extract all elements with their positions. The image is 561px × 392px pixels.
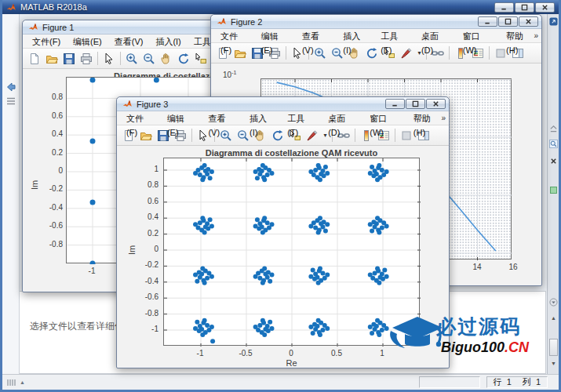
hide-plot-tools-button[interactable] <box>398 127 415 143</box>
window-title: Figure 2 <box>231 17 262 27</box>
menu-item-view[interactable]: 查看(V) <box>202 111 243 125</box>
scatter-point <box>260 163 265 168</box>
zoom-in-button[interactable] <box>311 45 329 61</box>
scatter-point <box>90 261 96 265</box>
figure2-menubar: 文件(F)编辑(E)查看(V)插入(I)工具(T)桌面(D)窗口(W)帮助(H)… <box>211 29 541 43</box>
window-title: Figure 3 <box>137 100 168 109</box>
status-row-col: 行 1 列 1 <box>486 376 548 388</box>
magnifier-icon[interactable] <box>549 140 558 148</box>
close-panel-icon[interactable] <box>549 157 558 165</box>
menu-item-insert[interactable]: 插入(I) <box>243 111 281 125</box>
menu-item-window[interactable]: 窗口(W) <box>457 29 500 43</box>
menu-item-window[interactable]: 窗口(W) <box>363 111 407 125</box>
scatter-point <box>268 279 272 284</box>
scatter-point <box>323 229 328 234</box>
zoom-in-button[interactable] <box>217 127 235 143</box>
menu-item-desktop[interactable]: 桌面(D) <box>322 111 363 125</box>
scatter-point <box>253 274 258 279</box>
menu-item-tools[interactable]: 工具(T) <box>281 111 322 125</box>
figure3-menubar: 文件(F)编辑(E)查看(V)插入(I)工具(T)桌面(D)窗口(W)帮助(H)… <box>117 111 449 125</box>
maximize-button[interactable] <box>515 2 534 13</box>
data-cursor-button[interactable] <box>192 50 209 67</box>
close-button[interactable] <box>535 2 555 13</box>
menu-overflow-chevron[interactable]: » <box>534 31 538 40</box>
variable-icon[interactable] <box>550 187 557 194</box>
toolbar-separator <box>191 129 192 142</box>
menu-item-edit[interactable]: 编辑(E) <box>255 29 296 43</box>
rotate-3d-button[interactable] <box>269 127 286 143</box>
qam-constellation-scatter <box>164 158 421 347</box>
menu-item-insert[interactable]: 插入(I) <box>149 34 187 49</box>
minimize-button[interactable] <box>478 16 497 27</box>
menu-item-edit[interactable]: 编辑(E) <box>67 34 108 49</box>
scatter-point <box>193 326 198 331</box>
edit-cursor-button[interactable] <box>100 50 118 67</box>
menu-item-view[interactable]: 查看(V) <box>296 29 337 43</box>
toolbar-separator <box>395 129 395 142</box>
tick-label: 0.5 <box>326 349 348 358</box>
maximize-button[interactable] <box>498 16 518 27</box>
scatter-point <box>308 223 313 228</box>
statusbar-grip-icon[interactable]: ▲ <box>7 379 25 387</box>
tick-label: 1 <box>132 165 158 173</box>
scatter-point <box>374 172 379 176</box>
rotate-3d-icon <box>177 53 190 65</box>
scatter-point <box>202 318 207 323</box>
zoom-in-button[interactable] <box>123 50 140 67</box>
menu-item-tools[interactable]: 工具(T) <box>374 29 415 43</box>
scatter-point <box>210 339 215 343</box>
zoom-out-button[interactable] <box>140 50 158 67</box>
menu-item-edit[interactable]: 编辑(E) <box>161 111 202 125</box>
toolbar-separator <box>120 52 121 65</box>
menu-item-file[interactable]: 文件(F) <box>26 34 67 49</box>
minimize-button[interactable] <box>385 99 405 109</box>
back-arrow-icon[interactable] <box>5 82 16 93</box>
tick-label: -1 <box>132 325 158 333</box>
scatter-point <box>311 331 315 336</box>
scatter-point <box>370 165 374 169</box>
collapse-icon[interactable] <box>549 124 558 132</box>
save-figure-button[interactable] <box>60 50 78 67</box>
rotate-3d-button[interactable] <box>175 50 192 67</box>
tick-label: -0.4 <box>39 203 63 212</box>
scatter-point <box>90 78 96 83</box>
close-button[interactable] <box>426 99 446 109</box>
list-icon[interactable] <box>5 96 16 107</box>
open-file-button[interactable] <box>43 50 60 67</box>
new-document-button[interactable] <box>26 50 43 67</box>
scatter-point <box>368 273 373 278</box>
scatter-point <box>370 229 374 234</box>
figure2-titlebar[interactable]: Figure 2 <box>211 15 541 29</box>
pin-icon[interactable] <box>549 17 558 26</box>
close-button[interactable] <box>519 16 538 27</box>
menu-item-file[interactable]: 文件(F) <box>214 29 255 43</box>
menu-item-file[interactable]: 文件(F) <box>120 111 161 125</box>
x-axis-label: Re <box>163 358 420 368</box>
scatter-point <box>323 165 328 169</box>
toolbar-separator <box>355 129 355 142</box>
maximize-button[interactable] <box>406 99 425 109</box>
main-titlebar[interactable]: MATLAB R2018a <box>2 0 559 14</box>
scatter-point <box>384 169 389 174</box>
menu-item-insert[interactable]: 插入(I) <box>337 29 374 43</box>
figure3-titlebar[interactable]: Figure 3 <box>117 97 449 111</box>
open-file-button[interactable] <box>231 45 249 61</box>
tick-label: -1 <box>82 267 101 275</box>
scatter-point <box>200 332 205 337</box>
pan-button[interactable] <box>158 50 175 67</box>
pan-icon <box>160 53 173 65</box>
menu-overflow-chevron[interactable]: » <box>441 114 446 122</box>
brush-button[interactable] <box>304 127 321 143</box>
print-figure-button[interactable] <box>78 50 95 67</box>
scatter-point <box>311 268 315 273</box>
menu-item-desktop[interactable]: 桌面(D) <box>415 29 457 43</box>
scatter-point <box>375 318 380 323</box>
rotate-3d-button[interactable] <box>363 45 381 61</box>
menu-item-view[interactable]: 查看(V) <box>108 34 150 49</box>
figure3-axes[interactable] <box>163 158 420 346</box>
open-file-button[interactable] <box>137 127 155 143</box>
scatter-point <box>316 281 321 285</box>
tick-label: 0 <box>132 245 158 253</box>
minimize-button[interactable] <box>494 2 514 13</box>
brush-button[interactable] <box>398 45 415 61</box>
